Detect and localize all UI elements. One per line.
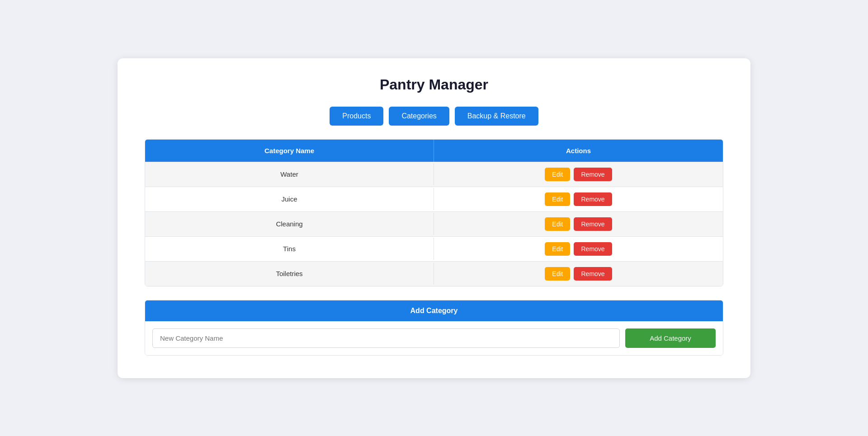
- edit-button[interactable]: Edit: [545, 192, 570, 206]
- table-row: Tins Edit Remove: [145, 236, 723, 261]
- category-name: Water: [145, 163, 434, 185]
- edit-button[interactable]: Edit: [545, 217, 570, 231]
- category-name: Juice: [145, 188, 434, 210]
- column-header-name: Category Name: [145, 140, 434, 162]
- app-title: Pantry Manager: [145, 76, 723, 93]
- table-row: Water Edit Remove: [145, 162, 723, 187]
- table-row: Juice Edit Remove: [145, 187, 723, 211]
- category-name: Tins: [145, 238, 434, 260]
- row-actions: Edit Remove: [434, 262, 723, 286]
- table-row: Cleaning Edit Remove: [145, 211, 723, 236]
- row-actions: Edit Remove: [434, 187, 723, 211]
- categories-table: Category Name Actions Water Edit Remove …: [145, 139, 723, 286]
- edit-button[interactable]: Edit: [545, 168, 570, 181]
- remove-button[interactable]: Remove: [574, 192, 612, 206]
- remove-button[interactable]: Remove: [574, 242, 612, 256]
- add-category-section: Add Category Add Category: [145, 300, 723, 356]
- edit-button[interactable]: Edit: [545, 242, 570, 256]
- nav-products-button[interactable]: Products: [330, 107, 383, 126]
- nav-backup-restore-button[interactable]: Backup & Restore: [455, 107, 538, 126]
- table-row: Toiletries Edit Remove: [145, 261, 723, 286]
- add-category-header: Add Category: [145, 300, 723, 321]
- remove-button[interactable]: Remove: [574, 267, 612, 281]
- row-actions: Edit Remove: [434, 162, 723, 187]
- add-category-button[interactable]: Add Category: [625, 328, 716, 348]
- edit-button[interactable]: Edit: [545, 267, 570, 281]
- category-name: Cleaning: [145, 213, 434, 235]
- row-actions: Edit Remove: [434, 237, 723, 261]
- remove-button[interactable]: Remove: [574, 217, 612, 231]
- category-name: Toiletries: [145, 263, 434, 285]
- new-category-input[interactable]: [152, 328, 620, 348]
- table-header: Category Name Actions: [145, 140, 723, 162]
- remove-button[interactable]: Remove: [574, 168, 612, 181]
- nav-buttons: Products Categories Backup & Restore: [145, 107, 723, 126]
- column-header-actions: Actions: [434, 140, 723, 162]
- add-category-body: Add Category: [145, 321, 723, 355]
- app-container: Pantry Manager Products Categories Backu…: [118, 58, 750, 378]
- nav-categories-button[interactable]: Categories: [389, 107, 449, 126]
- row-actions: Edit Remove: [434, 212, 723, 236]
